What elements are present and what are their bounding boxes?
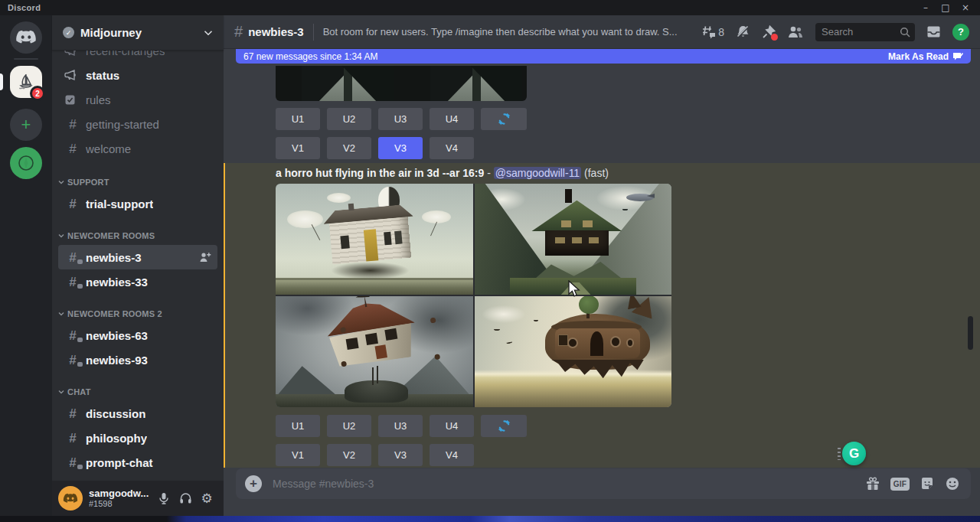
explore-button[interactable] xyxy=(10,147,42,179)
hash-thread-icon: # xyxy=(64,251,81,264)
v1-button[interactable]: V1 xyxy=(276,444,320,466)
threads-icon[interactable]: 8 xyxy=(701,25,724,39)
mark-as-read-button[interactable]: Mark As Read xyxy=(888,51,963,62)
sidebar-item-discussion[interactable]: # discussion xyxy=(58,401,217,426)
sidebar-item-rules[interactable]: rules xyxy=(58,87,217,112)
search-input[interactable] xyxy=(822,26,900,38)
sidebar-item-clipped[interactable]: # xyxy=(58,475,217,481)
search-icon xyxy=(900,27,910,38)
minimize-button[interactable]: – xyxy=(916,0,936,15)
server-header[interactable]: ✓ Midjourney xyxy=(52,15,224,51)
gift-icon[interactable] xyxy=(865,476,880,491)
sidebar-item-newbies-93[interactable]: # newbies-93 xyxy=(58,347,217,372)
members-icon[interactable] xyxy=(787,25,804,38)
user-mention[interactable]: @samgoodwill-11 xyxy=(494,167,581,179)
u1-button[interactable]: U1 xyxy=(276,108,320,130)
selected-server-indicator xyxy=(0,73,3,90)
u3-button[interactable]: U3 xyxy=(378,415,423,437)
user-avatar[interactable] xyxy=(58,486,83,511)
header-divider xyxy=(313,24,314,41)
search-box xyxy=(815,23,915,41)
background-window-strip xyxy=(0,516,980,522)
v2-button[interactable]: V2 xyxy=(327,137,371,159)
v4-button[interactable]: V4 xyxy=(430,444,474,466)
mic-button[interactable] xyxy=(153,488,175,509)
chevron-down-icon xyxy=(58,312,64,316)
sidebar-item-philosophy[interactable]: # philosophy xyxy=(58,426,217,450)
sidebar-item-welcome[interactable]: # welcome xyxy=(58,136,217,161)
close-button[interactable]: × xyxy=(956,0,975,15)
headphones-button[interactable] xyxy=(175,488,196,509)
maximize-button[interactable]: □ xyxy=(936,0,956,15)
sticker-icon[interactable] xyxy=(920,476,935,491)
midjourney-server-button[interactable]: 2 xyxy=(10,66,42,98)
u4-button[interactable]: U4 xyxy=(430,415,474,437)
v3-button[interactable]: V3 xyxy=(378,444,423,466)
generated-image-quadrant-2[interactable] xyxy=(475,184,672,295)
category-support[interactable]: SUPPORT xyxy=(52,173,224,191)
add-server-button[interactable]: + xyxy=(10,109,42,141)
generated-image-quadrant-4[interactable] xyxy=(475,296,672,407)
threads-count: 8 xyxy=(718,26,724,38)
discord-logo-icon xyxy=(15,30,37,45)
app-title: Discord xyxy=(8,3,41,12)
generated-image-quadrant-3[interactable] xyxy=(276,296,473,407)
u2-button[interactable]: U2 xyxy=(327,108,371,130)
grammarly-drag-handle[interactable] xyxy=(838,448,841,460)
rerun-button[interactable] xyxy=(481,415,527,437)
sidebar-item-newbies-63[interactable]: # newbies-63 xyxy=(58,323,217,347)
rerun-button[interactable] xyxy=(481,108,527,130)
upscale-button-row-1: U1 U2 U3 U4 xyxy=(276,108,527,130)
sidebar-item-getting-started[interactable]: # getting-started xyxy=(58,112,217,136)
chat-area: # newbies-3 Bot room for new users. Type… xyxy=(224,15,980,522)
settings-gear-button[interactable]: ⚙ xyxy=(196,488,217,509)
home-button[interactable] xyxy=(10,21,42,54)
new-messages-bar[interactable]: 67 new messages since 1:34 AM Mark As Re… xyxy=(236,49,971,64)
v3-button-active[interactable]: V3 xyxy=(378,137,423,159)
chevron-down-icon xyxy=(204,30,213,36)
prompt-text: a horro hut flying in the air in 3d --ar… xyxy=(276,167,484,179)
category-newcomer-rooms-2[interactable]: NEWCOMER ROOMS 2 xyxy=(52,305,224,323)
hash-icon: # xyxy=(64,118,81,131)
notifications-muted-icon[interactable] xyxy=(736,24,750,39)
emoji-icon[interactable] xyxy=(945,476,960,491)
server-rail: 2 + xyxy=(0,15,52,522)
u4-button[interactable]: U4 xyxy=(430,108,474,130)
category-chat[interactable]: CHAT xyxy=(52,383,224,401)
hash-icon: # xyxy=(64,142,81,155)
v1-button[interactable]: V1 xyxy=(276,137,320,159)
sidebar-item-trial-support[interactable]: # trial-support xyxy=(58,191,217,216)
sidebar-item-prompt-chat[interactable]: # prompt-chat xyxy=(58,450,217,475)
gif-icon[interactable]: GIF xyxy=(890,478,910,491)
sidebar-item-newbies-3[interactable]: # newbies-3 xyxy=(58,245,217,269)
grammarly-icon[interactable]: G xyxy=(842,442,866,465)
v4-button[interactable]: V4 xyxy=(430,137,474,159)
v2-button[interactable]: V2 xyxy=(327,444,371,466)
generation-speed: (fast) xyxy=(581,167,609,179)
u1-button[interactable]: U1 xyxy=(276,415,320,437)
hash-thread-icon: # xyxy=(64,354,81,367)
generated-image-quadrant-1[interactable] xyxy=(276,184,473,295)
user-discriminator: #1598 xyxy=(89,499,153,509)
inbox-icon[interactable] xyxy=(926,24,941,39)
channel-topic[interactable]: Bot room for new users. Type /imagine th… xyxy=(323,26,691,38)
generated-image-partial[interactable] xyxy=(276,66,527,101)
hash-icon: # xyxy=(64,407,81,420)
chat-scrollbar-thumb[interactable] xyxy=(968,316,973,350)
u2-button[interactable]: U2 xyxy=(327,415,371,437)
sidebar-item-status[interactable]: status xyxy=(58,63,217,87)
message-input[interactable] xyxy=(273,478,858,490)
channel-header: # newbies-3 Bot room for new users. Type… xyxy=(224,15,980,49)
sidebar-item-newbies-33[interactable]: # newbies-33 xyxy=(58,269,217,294)
member-add-icon[interactable] xyxy=(199,252,211,263)
attach-plus-icon[interactable]: + xyxy=(245,475,262,492)
rail-divider xyxy=(14,58,38,60)
help-icon[interactable]: ? xyxy=(952,24,969,41)
pin-icon[interactable] xyxy=(762,25,776,39)
user-info[interactable]: samgoodw... #1598 xyxy=(89,488,153,509)
u3-button[interactable]: U3 xyxy=(378,108,423,130)
chevron-down-icon xyxy=(58,233,64,238)
category-newcomer-rooms[interactable]: NEWCOMER ROOMS xyxy=(52,227,224,245)
sidebar-item-recent-changes[interactable]: recent-changes xyxy=(58,51,217,63)
generated-image-grid[interactable] xyxy=(276,184,671,407)
